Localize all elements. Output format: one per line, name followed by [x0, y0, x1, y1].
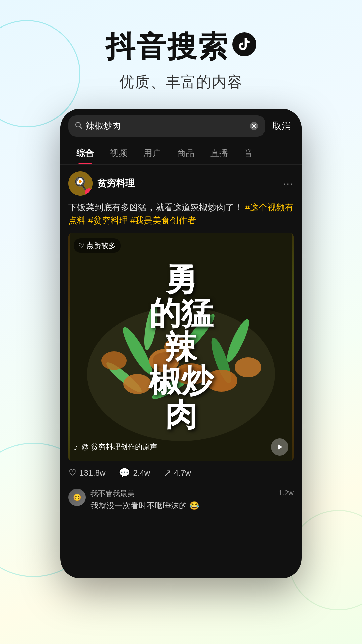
header-section: 抖音搜索 优质、丰富的内容 [0, 0, 362, 109]
phone-wrapper: 辣椒炒肉 取消 综合 视频 用户 [0, 109, 362, 578]
like-icon: ♡ [68, 467, 77, 478]
sound-info: ♪ @ 贫穷料理创作的原声 [74, 442, 157, 452]
tab-comprehensive[interactable]: 综合 [68, 142, 102, 164]
likes-badge-text: 点赞较多 [86, 240, 116, 251]
commenter-avatar: 😊 [68, 489, 86, 506]
main-title: 抖音搜索 [0, 27, 362, 67]
tab-audio[interactable]: 音 [236, 142, 261, 164]
svg-text:🍳: 🍳 [73, 176, 88, 191]
verified-icon [87, 190, 92, 195]
phone-mockup: 辣椒炒肉 取消 综合 视频 用户 [60, 109, 302, 578]
subtitle-text: 优质、丰富的内容 [0, 72, 362, 92]
play-button[interactable] [271, 438, 288, 456]
search-icon [74, 121, 82, 131]
search-cancel-button[interactable]: 取消 [269, 120, 294, 132]
search-query-text: 辣椒炒肉 [86, 120, 245, 132]
search-input-wrap[interactable]: 辣椒炒肉 [68, 115, 265, 137]
tab-user[interactable]: 用户 [135, 142, 169, 164]
commenter-name: 我不管我最美 [90, 489, 274, 499]
stats-row: ♡ 131.8w 💬 2.4w ↗ 4.7w [68, 461, 294, 483]
search-content: 🍳 贫穷料理 ··· 下饭菜到底有多凶猛，就看这道辣椒炒 [60, 165, 302, 522]
tiktok-svg [237, 37, 252, 52]
hashtag-3[interactable]: #我是美食创作者 [130, 215, 196, 225]
post-description: 下饭菜到底有多凶猛，就看这道辣椒炒肉了！ #这个视频有点料 #贫穷料理 #我是美… [68, 201, 294, 227]
comments-count: 2.4w [133, 468, 150, 478]
user-info: 🍳 贫穷料理 [68, 171, 135, 196]
video-chinese-title: 勇的猛辣椒炒肉 [142, 263, 220, 432]
likes-count: 131.8w [79, 468, 105, 478]
stat-comments[interactable]: 💬 2.4w [119, 467, 150, 478]
tiktok-note-icon: ♪ [74, 442, 78, 452]
stat-shares[interactable]: ↗ 4.7w [164, 467, 191, 478]
likes-badge: ♡ 点赞较多 [74, 238, 121, 253]
search-bar: 辣椒炒肉 取消 [60, 109, 302, 142]
comment-row: 😊 我不管我最美 我就没一次看时不咽唾沫的 😂 1.2w [68, 489, 294, 512]
user-avatar[interactable]: 🍳 [68, 171, 93, 196]
post-user-row: 🍳 贫穷料理 ··· [68, 171, 294, 196]
sound-text: @ 贫穷料理创作的原声 [81, 442, 157, 452]
comment-text: 我就没一次看时不咽唾沫的 😂 [90, 500, 274, 512]
hashtag-2[interactable]: #贫穷料理 [88, 215, 128, 225]
search-tabs: 综合 视频 用户 商品 直播 音 [60, 142, 302, 165]
share-icon: ↗ [164, 467, 171, 478]
play-icon [276, 443, 283, 451]
comment-preview: 😊 我不管我最美 我就没一次看时不咽唾沫的 😂 1.2w [68, 483, 294, 512]
sound-bar: ♪ @ 贫穷料理创作的原声 [74, 438, 288, 456]
tiktok-logo-icon [232, 32, 256, 56]
tab-product[interactable]: 商品 [169, 142, 202, 164]
comment-content: 我不管我最美 我就没一次看时不咽唾沫的 😂 [90, 489, 274, 512]
svg-point-7 [87, 190, 92, 195]
tab-video[interactable]: 视频 [102, 142, 135, 164]
video-inner: 勇的猛辣椒炒肉 ♡ 点赞较多 ♪ @ 贫穷料理创作的原声 [68, 233, 294, 461]
tab-live[interactable]: 直播 [202, 142, 236, 164]
video-overlay-text: 勇的猛辣椒炒肉 [68, 233, 294, 461]
stat-likes[interactable]: ♡ 131.8w [68, 467, 105, 478]
comment-like-count: 1.2w [278, 489, 294, 497]
verified-badge [85, 188, 93, 196]
more-options-button[interactable]: ··· [283, 177, 294, 190]
comment-icon: 💬 [119, 467, 130, 478]
search-clear-button[interactable] [249, 121, 259, 131]
shares-count: 4.7w [174, 468, 191, 478]
title-text: 抖音搜索 [106, 27, 229, 67]
svg-line-1 [80, 126, 82, 128]
username-text: 贫穷料理 [97, 177, 135, 190]
video-thumbnail[interactable]: 勇的猛辣椒炒肉 ♡ 点赞较多 ♪ @ 贫穷料理创作的原声 [68, 233, 294, 461]
svg-marker-26 [278, 444, 282, 450]
heart-icon: ♡ [78, 241, 84, 250]
